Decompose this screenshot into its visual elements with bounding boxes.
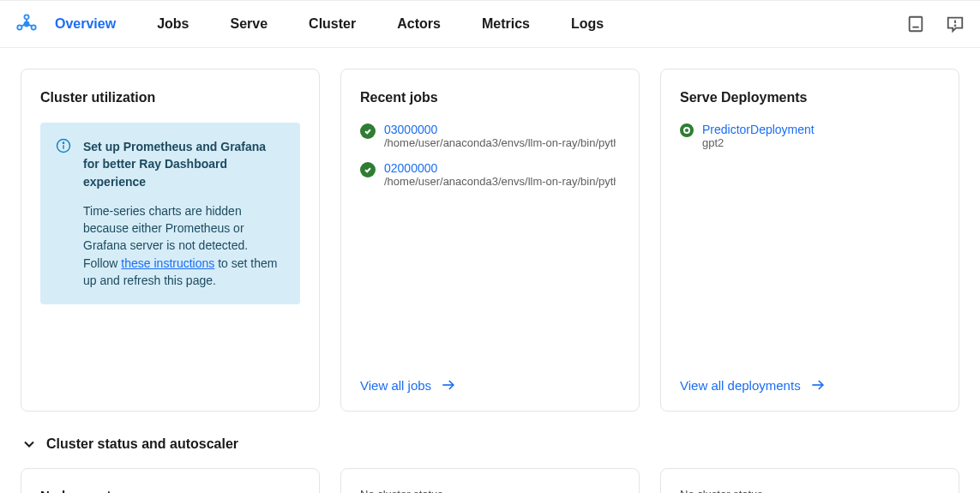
nav-jobs[interactable]: Jobs bbox=[157, 16, 189, 32]
docs-icon[interactable] bbox=[906, 15, 925, 33]
alert-body: Time-series charts are hidden because ei… bbox=[83, 202, 285, 289]
deployment-item: PredictorDeployment gpt2 bbox=[680, 123, 940, 149]
no-status-text: No cluster status. bbox=[680, 488, 940, 493]
svg-point-0 bbox=[24, 15, 28, 19]
card-title: Serve Deployments bbox=[680, 90, 940, 105]
deployments-list: PredictorDeployment gpt2 bbox=[680, 123, 940, 149]
job-item: 03000000 /home/user/anaconda3/envs/llm-o… bbox=[360, 123, 620, 149]
nav-overview[interactable]: Overview bbox=[55, 16, 116, 32]
alert-title: Set up Prometheus and Grafana for better… bbox=[83, 138, 285, 190]
view-all-jobs-link[interactable]: View all jobs bbox=[360, 376, 457, 394]
recent-jobs-card: Recent jobs 03000000 /home/user/anaconda… bbox=[340, 69, 640, 412]
card-title: Cluster utilization bbox=[40, 90, 300, 105]
serve-deployments-card: Serve Deployments PredictorDeployment gp… bbox=[660, 69, 959, 412]
svg-point-1 bbox=[17, 25, 21, 29]
topbar-actions bbox=[906, 15, 965, 33]
setup-alert: Set up Prometheus and Grafana for better… bbox=[40, 123, 300, 304]
chevron-down-icon bbox=[21, 436, 38, 453]
overview-cards: Cluster utilization Set up Prometheus an… bbox=[21, 69, 959, 412]
svg-line-5 bbox=[21, 25, 25, 27]
nav-logs[interactable]: Logs bbox=[571, 16, 604, 32]
svg-point-10 bbox=[955, 25, 956, 26]
no-status-text: No cluster status. bbox=[360, 488, 620, 493]
job-path: /home/user/anaconda3/envs/llm-on-ray/bin… bbox=[384, 136, 616, 149]
nav-metrics[interactable]: Metrics bbox=[482, 16, 530, 32]
nav-actors[interactable]: Actors bbox=[397, 16, 441, 32]
running-icon bbox=[680, 123, 694, 137]
deployment-sub: gpt2 bbox=[702, 136, 815, 149]
svg-rect-7 bbox=[910, 17, 923, 32]
job-link[interactable]: 02000000 bbox=[384, 161, 616, 175]
cluster-status-row: Node count No cluster status. No cluster… bbox=[21, 468, 959, 493]
deployment-link[interactable]: PredictorDeployment bbox=[702, 123, 815, 136]
cluster-status-card: No cluster status. bbox=[340, 468, 640, 493]
ray-logo-icon bbox=[15, 13, 38, 35]
cluster-status-toggle[interactable]: Cluster status and autoscaler bbox=[21, 436, 959, 453]
node-count-card: Node count bbox=[21, 468, 320, 493]
svg-line-6 bbox=[28, 25, 32, 27]
section-title: Cluster status and autoscaler bbox=[46, 436, 238, 452]
svg-point-2 bbox=[32, 25, 36, 29]
success-icon bbox=[360, 162, 376, 177]
nav-cluster[interactable]: Cluster bbox=[309, 16, 356, 32]
card-title: Recent jobs bbox=[360, 90, 620, 105]
job-link[interactable]: 03000000 bbox=[384, 123, 616, 136]
jobs-list: 03000000 /home/user/anaconda3/envs/llm-o… bbox=[360, 123, 620, 188]
view-all-deployments-link[interactable]: View all deployments bbox=[680, 376, 827, 394]
arrow-right-icon bbox=[809, 376, 827, 394]
nav-tabs: Overview Jobs Serve Cluster Actors Metri… bbox=[55, 16, 604, 32]
setup-instructions-link[interactable]: these instructions bbox=[121, 256, 214, 270]
arrow-right-icon bbox=[440, 376, 457, 394]
cluster-status-card: No cluster status. bbox=[660, 468, 959, 493]
success-icon bbox=[360, 123, 376, 139]
job-path: /home/user/anaconda3/envs/llm-on-ray/bin… bbox=[384, 175, 616, 188]
feedback-icon[interactable] bbox=[946, 15, 965, 33]
node-count-title: Node count bbox=[40, 488, 300, 493]
svg-point-13 bbox=[63, 142, 63, 143]
nav-serve[interactable]: Serve bbox=[231, 16, 268, 32]
view-all-label: View all jobs bbox=[360, 378, 431, 393]
cluster-utilization-card: Cluster utilization Set up Prometheus an… bbox=[21, 69, 320, 412]
top-nav: Overview Jobs Serve Cluster Actors Metri… bbox=[0, 0, 980, 48]
page-content: Cluster utilization Set up Prometheus an… bbox=[0, 48, 980, 493]
job-item: 02000000 /home/user/anaconda3/envs/llm-o… bbox=[360, 161, 620, 188]
view-all-label: View all deployments bbox=[680, 378, 801, 393]
info-icon bbox=[56, 138, 71, 153]
svg-point-3 bbox=[24, 21, 28, 26]
